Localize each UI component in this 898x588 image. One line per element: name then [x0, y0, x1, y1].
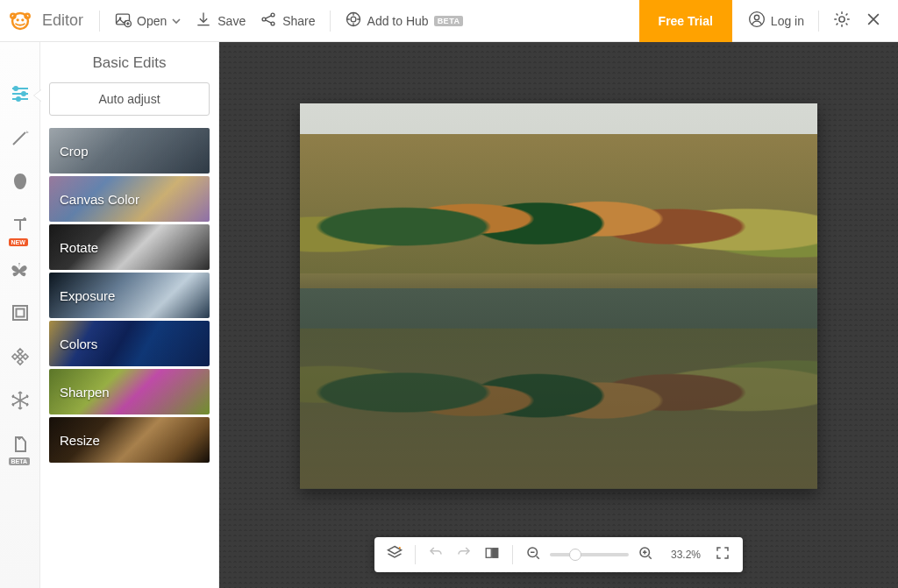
svg-point-16 — [14, 87, 18, 90]
toolbar-sep — [415, 545, 416, 564]
svg-point-1 — [17, 18, 19, 21]
svg-point-9 — [271, 13, 274, 17]
svg-point-2 — [21, 18, 24, 21]
rail-basic-edits[interactable] — [7, 82, 33, 109]
close-button[interactable] — [859, 7, 887, 35]
open-image-icon — [114, 11, 132, 31]
beta-badge: BETA — [9, 457, 31, 465]
tile-rotate[interactable]: Rotate — [49, 224, 210, 270]
rail-graphics[interactable] — [7, 258, 33, 284]
svg-rect-19 — [13, 306, 27, 320]
canvas-area[interactable]: 33.2% — [219, 42, 898, 588]
app-name: Editor — [42, 11, 83, 30]
gear-icon — [832, 10, 852, 32]
rail-frames[interactable] — [7, 301, 33, 328]
svg-point-15 — [839, 16, 845, 21]
save-button[interactable]: Save — [189, 11, 251, 31]
login-label: Log in — [771, 14, 804, 28]
main: NEW BETA Basic Edits Auto adjust Crop Ca… — [0, 42, 898, 588]
fullscreen-button[interactable] — [711, 543, 734, 566]
beta-badge: BETA — [434, 16, 464, 26]
hub-label: Add to Hub — [367, 14, 429, 28]
rail-more[interactable]: BETA — [7, 433, 33, 459]
edit-panel: Basic Edits Auto adjust Crop Canvas Colo… — [40, 42, 219, 588]
panel-title: Basic Edits — [49, 54, 210, 72]
zoom-out-button[interactable] — [522, 543, 545, 566]
logo-icon — [9, 10, 32, 32]
rail-touchup[interactable] — [7, 170, 33, 196]
tile-canvascolor[interactable]: Canvas Color — [49, 176, 210, 222]
tile-resize[interactable]: Resize — [49, 417, 210, 463]
undo-icon — [428, 545, 444, 564]
open-label: Open — [137, 14, 167, 28]
zoom-slider-knob[interactable] — [569, 549, 581, 561]
toolbar-sep — [512, 545, 513, 564]
close-icon — [865, 11, 882, 32]
addon-icon — [10, 434, 31, 458]
compare-icon — [484, 545, 500, 564]
share-icon — [260, 11, 277, 31]
topbar-sep — [99, 11, 100, 32]
redo-button[interactable] — [453, 543, 475, 566]
free-trial-button[interactable]: Free Trial — [639, 0, 732, 42]
rail-effects[interactable] — [7, 126, 33, 152]
frame-icon — [10, 302, 31, 327]
tile-label: Canvas Color — [60, 192, 139, 207]
tile-crop[interactable]: Crop — [49, 128, 210, 174]
zoom-in-icon — [638, 545, 653, 564]
tool-rail: NEW BETA — [0, 42, 40, 588]
svg-point-14 — [754, 15, 759, 19]
share-label: Share — [282, 14, 315, 28]
tile-label: Rotate — [60, 240, 98, 255]
svg-point-21 — [399, 547, 401, 549]
topbar-sep — [330, 11, 331, 32]
zoom-in-button[interactable] — [634, 543, 657, 566]
svg-rect-20 — [16, 309, 24, 317]
svg-point-17 — [22, 92, 25, 96]
tile-sharpen[interactable]: Sharpen — [49, 369, 210, 414]
rail-themes[interactable] — [7, 389, 33, 415]
svg-point-8 — [262, 18, 266, 21]
zoom-out-icon — [525, 545, 541, 564]
hub-icon — [345, 11, 362, 31]
topbar: Editor Open Save Share Add to Hub BETA F… — [0, 0, 898, 42]
tile-label: Colors — [60, 337, 97, 351]
rail-textures[interactable] — [7, 345, 33, 372]
save-label: Save — [217, 14, 246, 28]
tile-label: Sharpen — [60, 385, 110, 400]
sliders-icon — [10, 83, 31, 108]
canvas-toolbar: 33.2% — [374, 537, 743, 572]
text-icon — [10, 215, 31, 239]
tile-exposure[interactable]: Exposure — [49, 273, 210, 318]
svg-point-18 — [17, 97, 20, 101]
compare-button[interactable] — [481, 543, 503, 566]
rail-text[interactable]: NEW — [7, 214, 33, 240]
topbar-sep — [818, 11, 819, 32]
auto-adjust-button[interactable]: Auto adjust — [49, 82, 210, 116]
user-icon — [748, 11, 766, 31]
fullscreen-icon — [715, 545, 731, 564]
open-menu[interactable]: Open — [109, 11, 186, 31]
undo-button[interactable] — [424, 543, 447, 566]
tile-label: Resize — [60, 433, 100, 448]
chevron-down-icon — [172, 14, 181, 28]
tile-label: Crop — [60, 144, 89, 159]
butterfly-icon — [10, 259, 31, 283]
snowflake-icon — [10, 390, 31, 414]
layers-icon — [386, 544, 403, 565]
download-icon — [195, 11, 212, 31]
face-icon — [10, 171, 31, 195]
login-button[interactable]: Log in — [736, 11, 809, 31]
tile-colors[interactable]: Colors — [49, 321, 210, 366]
share-button[interactable]: Share — [254, 11, 320, 31]
add-to-hub-button[interactable]: Add to Hub BETA — [339, 11, 469, 31]
zoom-slider[interactable] — [550, 553, 629, 556]
photo-canvas[interactable] — [300, 103, 817, 489]
layers-button[interactable] — [383, 543, 406, 566]
svg-rect-23 — [493, 549, 498, 558]
settings-button[interactable] — [828, 7, 856, 35]
trial-label: Free Trial — [659, 14, 713, 28]
svg-point-10 — [271, 22, 274, 25]
wand-icon — [10, 127, 31, 152]
svg-point-12 — [351, 17, 356, 22]
